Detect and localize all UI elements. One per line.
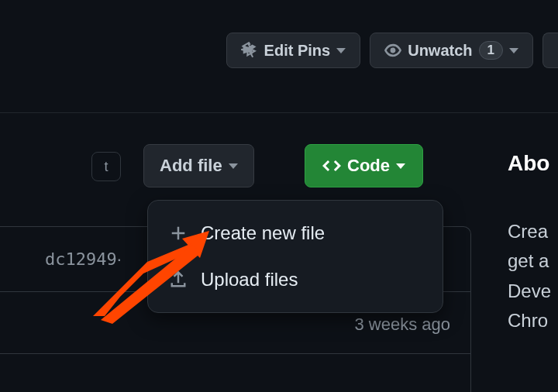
unwatch-button[interactable]: Unwatch 1 bbox=[370, 33, 533, 68]
eye-icon bbox=[384, 42, 401, 59]
watch-count-badge: 1 bbox=[479, 41, 503, 60]
create-new-file-label: Create new file bbox=[201, 222, 325, 244]
chevron-down-icon bbox=[336, 48, 346, 53]
add-file-dropdown: Create new file Upload files bbox=[147, 200, 443, 313]
chevron-down-icon bbox=[229, 163, 238, 169]
commit-hash: dc12949 bbox=[45, 249, 117, 269]
upload-files-label: Upload files bbox=[201, 269, 298, 291]
code-icon bbox=[322, 156, 341, 175]
edit-pins-label: Edit Pins bbox=[264, 42, 331, 60]
chevron-down-icon bbox=[396, 163, 405, 169]
code-button[interactable]: Code bbox=[305, 144, 423, 187]
create-new-file-item[interactable]: Create new file bbox=[148, 210, 443, 256]
horizontal-divider bbox=[0, 112, 558, 113]
add-file-button[interactable]: Add file bbox=[143, 144, 254, 187]
commit-separator: · bbox=[117, 249, 122, 270]
about-description: Crea get a Deve Chro bbox=[508, 217, 551, 336]
edit-pins-button[interactable]: Edit Pins bbox=[226, 33, 361, 68]
upload-icon bbox=[170, 271, 187, 288]
code-label: Code bbox=[347, 156, 390, 176]
keyboard-shortcut-t[interactable]: t bbox=[91, 152, 121, 181]
pin-icon bbox=[241, 42, 258, 59]
file-row[interactable] bbox=[0, 353, 471, 392]
about-heading: Abo bbox=[508, 151, 549, 176]
upload-files-item[interactable]: Upload files bbox=[148, 256, 443, 303]
partial-button-right[interactable] bbox=[542, 33, 558, 68]
chevron-down-icon bbox=[509, 48, 518, 53]
unwatch-label: Unwatch bbox=[408, 42, 472, 60]
plus-icon bbox=[170, 225, 187, 242]
add-file-label: Add file bbox=[160, 156, 222, 176]
